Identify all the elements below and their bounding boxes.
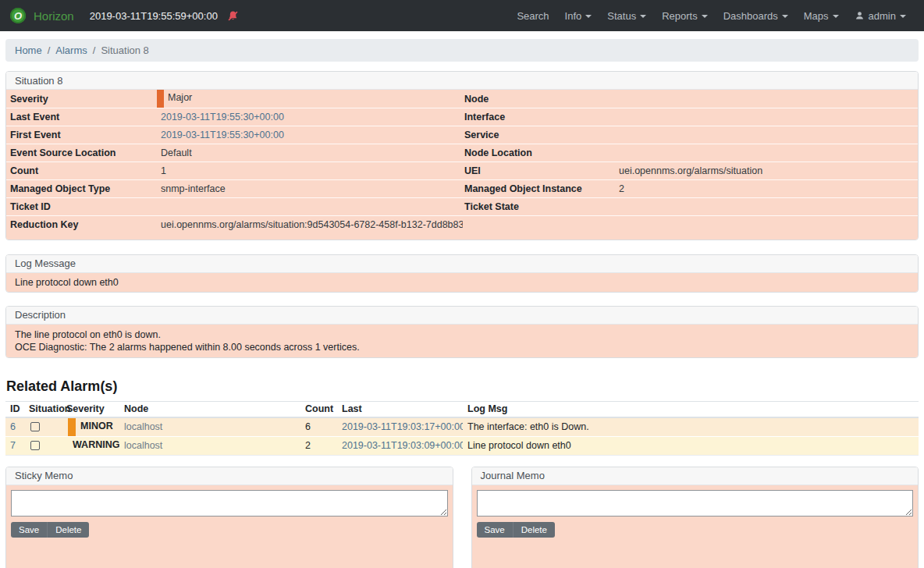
field-value: 1 <box>155 162 463 180</box>
last-event-time: 2019-03-11T19:55:30+00:00 <box>161 112 284 122</box>
field-value: 2019-03-11T19:55:30+00:00 <box>155 108 463 126</box>
chevron-down-icon <box>833 15 839 18</box>
related-alarm-row: 7 WARNING localhost 2 2019-03-11T19:03:0… <box>5 436 919 455</box>
field-label: Count <box>6 162 155 180</box>
field-label: Managed Object Instance <box>463 180 617 198</box>
field-label: Ticket ID <box>6 198 155 216</box>
field-value <box>617 126 918 144</box>
alarm-last-time: 2019-03-11T19:03:09+00:00 <box>342 440 463 451</box>
field-value: Default <box>155 144 463 162</box>
column-header-id: ID <box>5 401 24 417</box>
detail-row-managed-object-type: Managed Object Type snmp-interface Manag… <box>6 180 918 198</box>
nav-item-search[interactable]: Search <box>509 10 556 22</box>
nav-item-status[interactable]: Status <box>599 10 654 22</box>
nav-item-reports[interactable]: Reports <box>654 10 716 22</box>
nav-item-dashboards[interactable]: Dashboards <box>716 10 796 22</box>
related-alarm-row: 6 MINOR localhost 6 2019-03-11T19:03:17+… <box>5 417 919 437</box>
field-label: Managed Object Type <box>6 180 155 198</box>
field-label: First Event <box>6 126 155 144</box>
column-header-situation: Situation <box>24 401 62 417</box>
opennms-logo-icon[interactable]: O <box>10 8 26 23</box>
column-header-severity: Severity <box>62 401 119 417</box>
node-link[interactable]: localhost <box>124 440 162 451</box>
sticky-memo-save-button[interactable]: Save <box>11 522 47 538</box>
description-card: Description The line protocol on eth0 is… <box>5 306 919 358</box>
chevron-down-icon <box>782 15 788 18</box>
sticky-memo-textarea[interactable] <box>11 490 448 517</box>
field-value: snmp-interface <box>155 180 463 198</box>
breadcrumb-alarms-link[interactable]: Alarms <box>55 44 87 56</box>
node-link[interactable]: localhost <box>124 421 162 432</box>
detail-row-reduction-key: Reduction Key uei.opennms.org/alarms/sit… <box>6 216 918 234</box>
field-label: UEI <box>463 162 617 180</box>
alarm-log-msg: The interface: eth0 is Down. <box>463 417 919 437</box>
breadcrumb-home-link[interactable]: Home <box>15 44 42 56</box>
description-line-1: The line protocol on eth0 is down. <box>15 328 909 341</box>
field-value <box>617 144 918 162</box>
alarm-id-link[interactable]: 6 <box>10 421 16 432</box>
journal-memo-actions: Save Delete <box>477 522 555 538</box>
log-message-body: Line protocol down eth0 <box>6 273 918 292</box>
log-message-card: Log Message Line protocol down eth0 <box>5 254 919 293</box>
detail-row-ticket-id: Ticket ID Ticket State <box>6 198 918 216</box>
journal-memo-save-button[interactable]: Save <box>477 522 513 538</box>
field-value: 2019-03-11T19:55:30+00:00 <box>155 126 463 144</box>
description-body: The line protocol on eth0 is down. OCE D… <box>6 325 918 357</box>
column-header-log-msg: Log Msg <box>463 401 919 417</box>
alarm-id-link[interactable]: 7 <box>10 440 16 451</box>
notifications-off-icon[interactable] <box>227 10 239 22</box>
alarm-last-time: 2019-03-11T19:03:17+00:00 <box>342 421 463 432</box>
sticky-memo-delete-button[interactable]: Delete <box>47 522 89 538</box>
field-value <box>617 216 918 234</box>
nav-item-user-admin[interactable]: admin <box>847 10 914 22</box>
nav-item-info[interactable]: Info <box>557 10 600 22</box>
chevron-down-icon <box>640 15 646 18</box>
breadcrumb-separator: / <box>48 44 51 56</box>
nav-item-maps[interactable]: Maps <box>796 10 847 22</box>
situation-detail-card: Situation 8 Severity Major Node La <box>5 71 919 240</box>
severity-indicator <box>157 90 164 108</box>
situation-checkbox[interactable] <box>30 441 40 450</box>
alarm-log-msg: Line protocol down eth0 <box>463 436 919 455</box>
log-message-title: Log Message <box>6 255 918 273</box>
user-icon <box>855 11 865 21</box>
alarm-count: 6 <box>300 417 337 437</box>
first-event-time: 2019-03-11T19:55:30+00:00 <box>161 130 284 140</box>
sticky-memo-card: Sticky Memo Save Delete <box>5 467 453 568</box>
field-value: Major <box>155 90 463 108</box>
field-value: 2 <box>617 180 918 198</box>
top-navbar: O Horizon 2019-03-11T19:55:59+00:00 Sear… <box>0 0 924 31</box>
field-value: uei.opennms.org/alarms/situation:9d54305… <box>155 216 463 234</box>
situation-checkbox[interactable] <box>30 422 40 431</box>
field-value: uei.opennms.org/alarms/situation <box>617 162 918 180</box>
journal-memo-textarea[interactable] <box>477 490 914 517</box>
situation-detail-table: Severity Major Node Last Event 2019-03-1… <box>6 90 918 234</box>
chevron-down-icon <box>900 15 906 18</box>
brand-horizon[interactable]: Horizon <box>34 9 74 23</box>
journal-memo-title: Journal Memo <box>472 467 919 485</box>
severity-cell: MINOR <box>62 417 119 437</box>
field-value <box>617 198 918 216</box>
related-alarms-header-row: ID Situation Severity Node Count Last Lo… <box>5 401 919 417</box>
description-title: Description <box>6 307 918 325</box>
field-value <box>617 108 918 126</box>
sticky-memo-actions: Save Delete <box>11 522 89 538</box>
field-label: Ticket State <box>463 198 617 216</box>
navbar-timestamp: 2019-03-11T19:55:59+00:00 <box>90 10 218 22</box>
alarm-count: 2 <box>300 436 337 455</box>
column-header-last: Last <box>337 401 463 417</box>
field-label: Node <box>463 90 617 108</box>
field-label: Reduction Key <box>6 216 155 234</box>
journal-memo-delete-button[interactable]: Delete <box>513 522 555 538</box>
column-header-count: Count <box>300 401 337 417</box>
field-value <box>155 198 463 216</box>
chevron-down-icon <box>585 15 592 18</box>
detail-row-severity: Severity Major Node <box>6 90 918 108</box>
severity-cell: WARNING <box>62 436 119 455</box>
related-alarms-heading: Related Alarm(s) <box>6 378 919 395</box>
field-label: Last Event <box>6 108 155 126</box>
field-value <box>617 90 918 108</box>
field-label: Event Source Location <box>6 144 155 162</box>
chevron-down-icon <box>702 15 708 18</box>
field-label: Node Location <box>463 144 617 162</box>
